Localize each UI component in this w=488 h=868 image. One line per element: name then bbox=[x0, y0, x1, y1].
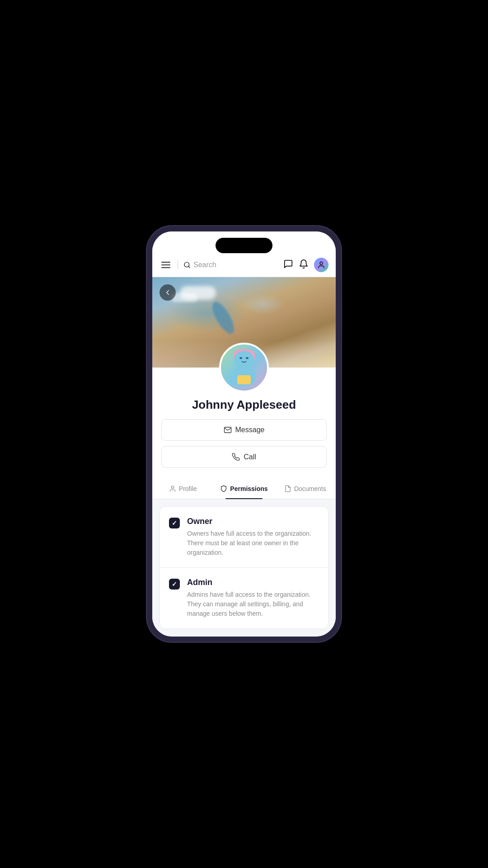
chat-icon bbox=[283, 259, 293, 269]
tab-permissions-label: Permissions bbox=[230, 485, 267, 492]
profile-section: Johnny Appleseed Message Call bbox=[152, 368, 336, 479]
char-shirt bbox=[237, 375, 251, 384]
phone-frame: Search bbox=[147, 226, 341, 642]
bell-icon-button[interactable] bbox=[299, 259, 309, 271]
admin-checkmark: ✓ bbox=[172, 580, 177, 588]
call-button-icon bbox=[232, 453, 240, 461]
permission-card: ✓ Owner Owners have full access to the o… bbox=[160, 506, 328, 629]
documents-tab-icon bbox=[284, 485, 291, 492]
tab-documents[interactable]: Documents bbox=[275, 479, 336, 499]
dynamic-island bbox=[216, 238, 272, 253]
search-icon bbox=[183, 261, 191, 269]
message-button-icon bbox=[224, 426, 232, 434]
tab-documents-label: Documents bbox=[294, 485, 326, 492]
char-mouth bbox=[241, 360, 247, 363]
tabs-section: Profile Permissions Documents bbox=[152, 479, 336, 499]
owner-label-group: Owner Owners have full access to the org… bbox=[187, 517, 319, 557]
message-button[interactable]: Message bbox=[161, 419, 327, 441]
menu-button[interactable] bbox=[160, 260, 172, 270]
river-decoration bbox=[208, 299, 238, 337]
phone-screen: Search bbox=[152, 231, 336, 637]
profile-tab-icon bbox=[169, 485, 176, 492]
tab-profile-label: Profile bbox=[179, 485, 197, 492]
owner-description: Owners have full access to the organizat… bbox=[187, 529, 319, 557]
message-icon-button[interactable] bbox=[283, 259, 293, 271]
main-content: Johnny Appleseed Message Call bbox=[152, 277, 336, 637]
owner-checkbox[interactable]: ✓ bbox=[169, 518, 180, 528]
tab-permissions[interactable]: Permissions bbox=[213, 479, 274, 499]
top-icons bbox=[283, 258, 328, 272]
action-buttons: Message Call bbox=[152, 419, 336, 468]
admin-checkbox[interactable]: ✓ bbox=[169, 579, 180, 590]
profile-avatar-wrapper bbox=[219, 343, 269, 392]
char-face bbox=[237, 357, 251, 366]
back-button[interactable] bbox=[160, 284, 176, 301]
message-button-label: Message bbox=[235, 426, 265, 434]
owner-checkmark: ✓ bbox=[172, 519, 177, 527]
call-button-label: Call bbox=[244, 453, 256, 461]
svg-point-2 bbox=[320, 262, 323, 264]
svg-line-1 bbox=[188, 266, 190, 268]
tabs-bar: Profile Permissions Documents bbox=[152, 479, 336, 499]
permission-row-owner: ✓ Owner Owners have full access to the o… bbox=[160, 507, 328, 567]
char-eyes bbox=[239, 357, 249, 359]
char-eye-left bbox=[239, 357, 242, 359]
owner-name: Owner bbox=[187, 517, 319, 526]
back-arrow-icon bbox=[164, 288, 172, 297]
profile-avatar bbox=[219, 343, 269, 392]
admin-description: Admins have full access to the organizat… bbox=[187, 590, 319, 618]
tab-profile[interactable]: Profile bbox=[152, 479, 213, 499]
character-illustration bbox=[224, 347, 264, 388]
avatar-icon bbox=[317, 261, 325, 269]
permission-row-admin: ✓ Admin Admins have full access to the o… bbox=[160, 567, 328, 628]
char-eye-right bbox=[246, 357, 249, 359]
call-button[interactable]: Call bbox=[161, 446, 327, 468]
divider bbox=[178, 260, 178, 269]
search-area[interactable]: Search bbox=[183, 261, 280, 269]
admin-label-group: Admin Admins have full access to the org… bbox=[187, 578, 319, 618]
permissions-content: ✓ Owner Owners have full access to the o… bbox=[152, 499, 336, 636]
profile-name: Johnny Appleseed bbox=[192, 398, 296, 412]
search-placeholder: Search bbox=[193, 261, 216, 269]
permissions-tab-icon bbox=[220, 485, 227, 492]
svg-point-3 bbox=[171, 486, 174, 488]
user-avatar[interactable] bbox=[314, 258, 328, 272]
bell-icon bbox=[299, 259, 309, 269]
admin-name: Admin bbox=[187, 578, 319, 587]
